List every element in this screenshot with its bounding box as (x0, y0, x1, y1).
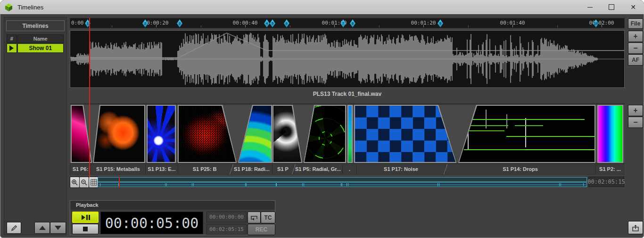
waveform-panel[interactable] (70, 30, 625, 88)
edit-button[interactable] (7, 222, 21, 234)
clip-label[interactable]: S1 P17: Noise (356, 164, 445, 174)
clip-label[interactable]: S1 P15: Metaballs (91, 164, 145, 174)
clip-label-bar: S1 P6:S1 P15: MetaballsS1 P13: E...S1 P2… (70, 164, 625, 174)
total-duration-display: 00:02:05:15 (588, 177, 624, 187)
clip-label[interactable]: . (342, 164, 356, 174)
move-down-button[interactable] (50, 222, 66, 234)
column-header-name: Name (17, 34, 64, 43)
row-play-indicator (7, 43, 17, 53)
magnifier-minus-icon (81, 179, 88, 186)
output-button[interactable] (628, 221, 643, 234)
clip-thumbnail-rings (239, 106, 271, 162)
zoom-in-button[interactable] (70, 177, 80, 188)
titlebar: Timelines ✕ (0, 0, 644, 14)
timeline-marker-6[interactable]: 6 (284, 19, 289, 27)
column-header-number: # (7, 34, 17, 43)
clip-thumbnail-pink (72, 106, 91, 162)
play-pause-icon (80, 214, 91, 221)
clip-thumbnail-sliver (348, 106, 352, 162)
minimap-clips-bar[interactable] (98, 182, 587, 187)
playback-panel-title: Playback (70, 201, 275, 210)
timeline-marker-3[interactable]: 3 (177, 19, 182, 27)
clip-noise[interactable] (354, 105, 456, 163)
maximize-icon (609, 4, 614, 10)
grid-view-button[interactable] (89, 177, 99, 188)
clip-label[interactable]: S1 P13: E... (145, 164, 178, 174)
minimize-icon (587, 7, 593, 8)
timeline-marker-9[interactable]: 9 (438, 19, 443, 27)
clip-particles[interactable] (178, 105, 237, 163)
down-arrow-icon (55, 226, 61, 230)
play-icon (9, 45, 14, 51)
clip-thumbnail-particles (179, 106, 236, 162)
tc-button[interactable]: TC (261, 212, 275, 223)
window-title: Timelines (17, 4, 43, 11)
clip-label[interactable]: S1 P5: Radial, Gr... (293, 164, 342, 174)
clip-thumbnail-greenrings (305, 106, 345, 162)
af-button[interactable]: AF (628, 54, 643, 66)
cue-end-field[interactable]: 00:02:05:15 (206, 224, 247, 235)
track-filename: PLS13 Track 01_final.wav (70, 89, 625, 99)
minimap-scroll-bar[interactable] (98, 177, 587, 182)
clip-drops[interactable] (458, 105, 595, 163)
close-button[interactable]: ✕ (622, 0, 644, 14)
clip-spiral[interactable] (272, 105, 302, 163)
waveform-zoom-out-button[interactable]: − (628, 42, 643, 54)
clip-rings[interactable] (238, 105, 272, 163)
playback-panel: Playback 00:00:05:00 00:00:00:00 00:02:0… (70, 200, 275, 235)
move-up-button[interactable] (34, 222, 50, 234)
output-icon (632, 224, 639, 231)
ruler[interactable]: 0:0000:00:2000:00:4000:01:0000:01:2000:0… (70, 18, 625, 28)
timeline-table-header: # Name (7, 34, 64, 43)
clip-label[interactable]: S1 P (272, 164, 293, 174)
clips-panel: S1 P6:S1 P15: MetaballsS1 P13: E...S1 P2… (70, 103, 625, 175)
timeline-marker-4[interactable]: 4 (264, 19, 270, 27)
clip-label[interactable]: S1 P25: B (178, 164, 231, 174)
pencil-icon (10, 224, 18, 232)
clip-thumbnail-metaballs (94, 106, 144, 162)
app-logo-icon (4, 3, 13, 12)
clip-label[interactable]: S1 P14: Drops (445, 164, 595, 174)
stop-button[interactable] (72, 224, 99, 234)
timeline-marker-8[interactable]: 8 (350, 19, 355, 27)
clip-label[interactable]: S1 P18: Radi... (231, 164, 272, 174)
minimize-button[interactable] (579, 0, 601, 14)
cue-start-field[interactable]: 00:00:00:00 (206, 212, 247, 222)
zoom-out-button[interactable] (79, 177, 89, 188)
playhead[interactable] (89, 18, 90, 177)
clips-zoom-in-button[interactable]: + (628, 105, 643, 116)
rec-button[interactable]: REC (248, 224, 275, 235)
timeline-minimap[interactable] (98, 177, 587, 187)
loop-icon (250, 215, 258, 221)
maximize-button[interactable] (601, 0, 622, 14)
waveform-svg (70, 31, 624, 87)
clip-metaballs[interactable] (93, 105, 145, 163)
clip-thumbnail-spiral (273, 106, 301, 162)
clips-track (70, 105, 625, 163)
up-arrow-icon (39, 226, 46, 230)
clip-thumbnail-noise (355, 106, 455, 162)
timeline-row[interactable]: Show 01 (7, 43, 64, 53)
file-button[interactable]: File (628, 18, 643, 29)
play-pause-button[interactable] (72, 212, 99, 223)
clip-starburst[interactable] (147, 105, 176, 163)
sidebar-header-button[interactable]: Timelines (6, 20, 65, 31)
waveform-zoom-in-button[interactable]: + (628, 31, 643, 42)
close-icon: ✕ (630, 4, 636, 10)
clips-zoom-out-button[interactable]: − (628, 117, 643, 128)
clip-greenrings[interactable] (304, 105, 346, 163)
clip-rainbow[interactable] (597, 105, 623, 163)
minimap-playhead[interactable] (119, 177, 120, 187)
timelines-window: Timelines ✕ Timelines # Name Show 01 0:0… (0, 0, 644, 238)
clip-label[interactable]: S1 P2: ... (595, 164, 625, 174)
clip-sliver[interactable] (347, 105, 353, 163)
timecode-display: 00:00:05:00 (100, 212, 203, 234)
timeline-marker-5[interactable]: 5 (270, 19, 275, 27)
clip-label[interactable]: S1 P6: (70, 164, 91, 174)
loop-button[interactable] (248, 212, 261, 223)
waveform-bars (71, 33, 597, 85)
clip-thumbnail-drops (459, 106, 594, 162)
timeline-name: Show 01 (17, 43, 64, 53)
timelines-sidebar: Timelines # Name Show 01 (4, 17, 67, 235)
magnifier-plus-icon (71, 179, 78, 186)
